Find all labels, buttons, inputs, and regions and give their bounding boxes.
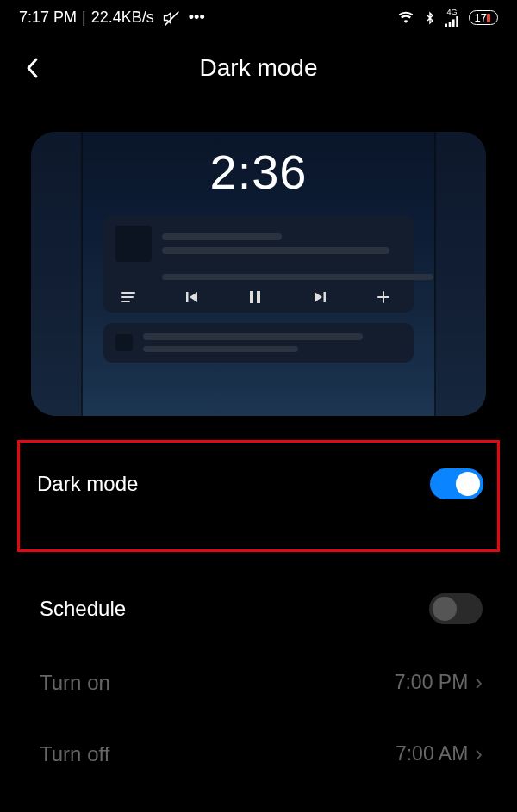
schedule-row[interactable]: Schedule [16,571,501,647]
dark-mode-preview: 2:36 [31,132,486,416]
dark-mode-highlight: Dark mode [17,440,500,552]
turn-off-label: Turn off [40,742,109,766]
dark-mode-toggle[interactable] [430,468,483,499]
preview-side-left [31,132,83,416]
svg-marker-12 [315,292,322,302]
back-button[interactable] [19,55,45,81]
more-icon: ••• [189,9,205,27]
svg-rect-8 [186,292,189,302]
page-header: Dark mode [0,34,517,97]
turn-on-row[interactable]: Turn on 7:00 PM › [16,647,501,718]
plus-icon [377,290,396,304]
turn-on-label: Turn on [40,671,110,695]
pause-icon [249,290,268,304]
schedule-label: Schedule [40,597,126,621]
status-time: 7:17 PM [19,9,77,27]
svg-rect-13 [324,292,327,302]
svg-marker-9 [190,292,197,302]
preview-side-right [434,132,486,416]
status-speed: 22.4KB/s [91,9,154,27]
preview-album-art [115,226,152,262]
status-divider: | [82,9,86,27]
svg-rect-10 [250,291,253,303]
turn-off-row[interactable]: Turn off 7:00 AM › [16,718,501,790]
turn-on-value: 7:00 PM [395,671,469,694]
svg-rect-1 [445,24,447,27]
mute-icon [163,9,180,27]
chevron-right-icon: › [475,669,483,696]
status-right: 4G 17 [396,9,498,27]
queue-icon [121,291,140,303]
svg-line-0 [165,11,178,25]
preview-media-card [103,215,413,313]
chevron-right-icon: › [475,741,483,767]
preview-clock: 2:36 [210,144,308,200]
svg-rect-11 [257,291,260,303]
preview-notif-icon [115,334,133,351]
turn-on-value-group: 7:00 PM › [395,669,483,696]
svg-rect-2 [448,22,451,27]
schedule-toggle[interactable] [429,593,483,624]
signal-icon: 4G [445,9,460,27]
status-bar: 7:17 PM | 22.4KB/s ••• 4G 17 [0,0,517,34]
page-title: Dark mode [45,54,472,82]
wifi-icon [396,10,415,26]
preview-notification-card [103,323,413,363]
preview-center: 2:36 [83,132,434,416]
turn-off-value: 7:00 AM [396,742,468,766]
svg-rect-3 [452,19,455,27]
battery-indicator: 17 [469,10,498,25]
bluetooth-icon [424,9,436,27]
turn-off-value-group: 7:00 AM › [396,741,483,767]
dark-mode-label: Dark mode [37,472,138,496]
previous-icon [185,290,204,304]
dark-mode-row[interactable]: Dark mode [20,443,497,549]
svg-rect-4 [456,16,458,27]
status-left: 7:17 PM | 22.4KB/s ••• [19,9,205,27]
next-icon [313,290,332,304]
